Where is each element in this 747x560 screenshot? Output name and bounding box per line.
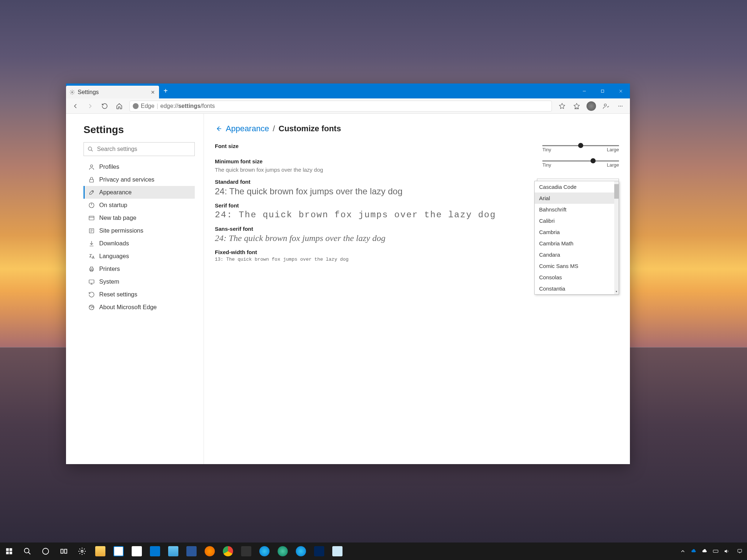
svg-point-3 — [618, 105, 619, 106]
font-option[interactable]: Bahnschrift — [535, 204, 619, 215]
breadcrumb-back-icon[interactable] — [215, 125, 222, 132]
favorite-button[interactable] — [556, 100, 569, 113]
address-scheme: Edge — [141, 103, 154, 109]
start-button[interactable] — [0, 542, 18, 560]
close-window-button[interactable] — [612, 83, 630, 98]
font-option[interactable]: Constantia — [535, 283, 619, 294]
favorites-bar-button[interactable] — [570, 100, 583, 113]
svg-rect-17 — [6, 548, 9, 551]
photos-button[interactable] — [164, 542, 182, 560]
svg-rect-24 — [65, 549, 67, 553]
svg-point-7 — [90, 165, 93, 167]
address-bar[interactable]: Edge | edge://settings/fonts — [129, 101, 552, 112]
close-tab-icon[interactable] — [150, 90, 155, 95]
svg-rect-8 — [90, 179, 94, 182]
reset-icon — [88, 291, 95, 298]
edge-button[interactable] — [255, 542, 274, 560]
sidebar-item-appearance[interactable]: Appearance — [84, 186, 195, 199]
cloud-icon[interactable] — [700, 542, 710, 560]
sidebar-item-about-microsoft-edge[interactable]: About Microsoft Edge — [84, 301, 195, 314]
font-size-slider[interactable] — [542, 145, 619, 146]
settings-sidebar: Settings Search settings ProfilesPrivacy… — [66, 114, 204, 464]
refresh-button[interactable] — [98, 100, 111, 113]
titlebar[interactable]: Settings + — [66, 83, 630, 98]
svg-rect-15 — [89, 280, 94, 283]
onedrive-icon[interactable] — [689, 542, 699, 560]
new-tab-button[interactable]: + — [159, 83, 172, 98]
dropdown-scroll-down-icon[interactable]: ▾ — [614, 290, 619, 294]
store-button[interactable] — [109, 542, 128, 560]
tray-overflow-icon[interactable] — [678, 542, 688, 560]
sidebar-item-downloads[interactable]: Downloads — [84, 237, 195, 250]
sidebar-item-reset-settings[interactable]: Reset settings — [84, 288, 195, 301]
settings-taskbar-button[interactable] — [73, 542, 91, 560]
forward-button[interactable] — [84, 100, 97, 113]
mail-button[interactable] — [128, 542, 146, 560]
svg-point-5 — [622, 105, 622, 106]
file-explorer-button[interactable] — [91, 542, 109, 560]
font-dropdown-list[interactable]: Cascadia CodeArialBahnschriftCalibriCamb… — [534, 181, 619, 295]
feedback-button[interactable] — [599, 100, 612, 113]
font-option[interactable]: Candara — [535, 249, 619, 260]
search-button[interactable] — [18, 542, 36, 560]
browser-tab[interactable]: Settings — [66, 86, 159, 98]
dropdown-scrollbar-thumb[interactable] — [614, 184, 619, 199]
sidebar-item-system[interactable]: System — [84, 275, 195, 288]
notepad-button[interactable] — [328, 542, 347, 560]
edge-canary-button[interactable] — [292, 542, 310, 560]
task-view-button[interactable] — [55, 542, 73, 560]
svg-rect-20 — [9, 552, 12, 554]
sidebar-item-site-permissions[interactable]: Site permissions — [84, 224, 195, 237]
cortana-button[interactable] — [36, 542, 55, 560]
font-option[interactable]: Consolas — [535, 272, 619, 283]
edge-beta-button[interactable] — [274, 542, 292, 560]
windows-taskbar[interactable] — [0, 542, 747, 560]
svg-point-25 — [81, 550, 83, 552]
slider-thumb[interactable] — [578, 143, 583, 148]
word-button[interactable] — [182, 542, 201, 560]
chrome-button[interactable] — [219, 542, 237, 560]
svg-rect-19 — [6, 552, 9, 554]
min-font-size-slider[interactable] — [542, 160, 619, 162]
breadcrumb-current: Customize fonts — [279, 124, 341, 133]
sidebar-item-new-tab-page[interactable]: New tab page — [84, 211, 195, 224]
font-option[interactable]: Calibri — [535, 215, 619, 226]
home-button[interactable] — [113, 100, 126, 113]
minimize-button[interactable] — [575, 83, 593, 98]
svg-point-21 — [24, 548, 29, 553]
back-button[interactable] — [69, 100, 82, 113]
breadcrumb-parent[interactable]: Appearance — [226, 124, 269, 133]
sidebar-item-languages[interactable]: Languages — [84, 250, 195, 262]
action-center-icon[interactable] — [732, 542, 747, 560]
sidebar-item-profiles[interactable]: Profiles — [84, 160, 195, 173]
outlook-button[interactable] — [146, 542, 164, 560]
lock-icon — [88, 176, 95, 183]
font-option[interactable]: Arial — [535, 192, 619, 204]
standard-font-label: Standard font — [215, 179, 537, 185]
menu-button[interactable] — [614, 100, 627, 113]
firefox-button[interactable] — [201, 542, 219, 560]
system-tray[interactable] — [678, 542, 747, 560]
profile-button[interactable] — [585, 100, 598, 113]
sidebar-item-on-startup[interactable]: On startup — [84, 199, 195, 211]
keyboard-icon[interactable] — [711, 542, 721, 560]
min-font-sample: The quick brown fox jumps over the lazy … — [215, 167, 535, 173]
svg-point-4 — [620, 105, 621, 106]
font-option[interactable]: Cambria Math — [535, 238, 619, 249]
search-placeholder: Search settings — [97, 146, 137, 152]
font-option[interactable]: Comic Sans MS — [535, 260, 619, 272]
font-option[interactable]: Cambria — [535, 226, 619, 238]
tab-title: Settings — [78, 89, 147, 96]
language-icon — [88, 253, 95, 260]
sidebar-item-printers[interactable]: Printers — [84, 262, 195, 275]
download-icon — [88, 240, 95, 247]
powershell-button[interactable] — [310, 542, 328, 560]
standard-font-sample: 24: The quick brown fox jumps over the l… — [215, 186, 537, 197]
volume-icon[interactable] — [721, 542, 732, 560]
font-option[interactable]: Cascadia Code — [535, 181, 619, 192]
search-input[interactable]: Search settings — [84, 142, 195, 156]
sidebar-item-privacy-and-services[interactable]: Privacy and services — [84, 173, 195, 186]
terminal-button[interactable] — [237, 542, 255, 560]
maximize-button[interactable] — [593, 83, 612, 98]
slider-thumb[interactable] — [591, 158, 596, 163]
